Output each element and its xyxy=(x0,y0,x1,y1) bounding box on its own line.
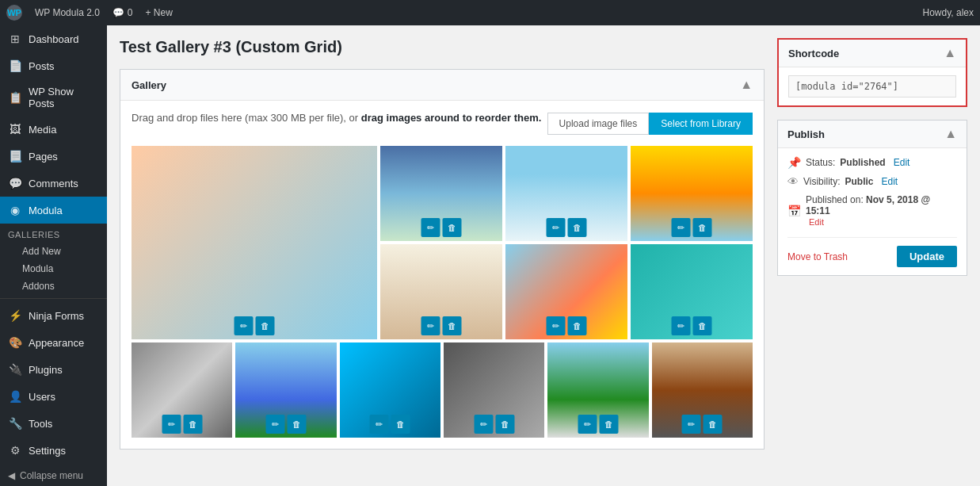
gallery-item-4-delete[interactable]: 🗑 xyxy=(443,316,462,335)
sidebar-item-modula[interactable]: ◉ Modula xyxy=(0,197,107,224)
gallery-item-9[interactable]: ✏ 🗑 xyxy=(340,342,440,438)
collapse-menu[interactable]: ◀ Collapse menu xyxy=(0,464,107,486)
trash-link[interactable]: Move to Trash xyxy=(787,251,848,262)
sidebar-item-users[interactable]: 👤 Users xyxy=(0,383,107,410)
status-edit-link[interactable]: Edit xyxy=(894,157,910,168)
gallery-item-big[interactable]: ✏ 🗑 xyxy=(132,146,377,339)
sidebar-item-dashboard[interactable]: ⊞ Dashboard xyxy=(0,25,107,52)
gallery-item-10-delete[interactable]: 🗑 xyxy=(495,415,514,434)
gallery-item-7-delete[interactable]: 🗑 xyxy=(183,415,202,434)
gallery-item-2-edit[interactable]: ✏ xyxy=(547,218,566,237)
sidebar-item-ninja-forms[interactable]: ⚡ Ninja Forms xyxy=(0,302,107,329)
visibility-icon: 👁 xyxy=(787,175,799,188)
site-name-label: WP Modula 2.0 xyxy=(35,7,100,18)
gallery-item-5-delete[interactable]: 🗑 xyxy=(568,316,587,335)
gallery-item-11-edit[interactable]: ✏ xyxy=(578,415,597,434)
sidebar-label-media: Media xyxy=(29,124,56,136)
gallery-item-9-edit[interactable]: ✏ xyxy=(370,415,389,434)
gallery-item-10-edit[interactable]: ✏ xyxy=(474,415,493,434)
gallery-item-5-edit[interactable]: ✏ xyxy=(547,316,566,335)
gallery-item-6[interactable]: ✏ 🗑 xyxy=(631,244,753,339)
sidebar-sub-addons[interactable]: Addons xyxy=(0,277,107,295)
shortcode-box-header: Shortcode ▲ xyxy=(779,40,966,67)
gallery-item-2-delete[interactable]: 🗑 xyxy=(568,218,587,237)
sidebar-item-settings[interactable]: ⚙ Settings xyxy=(0,437,107,464)
appearance-icon: 🎨 xyxy=(8,335,22,350)
sidebar-sub-modula[interactable]: Modula xyxy=(0,260,107,277)
gallery-item-6-delete[interactable]: 🗑 xyxy=(693,316,712,335)
upload-image-files-button[interactable]: Upload image files xyxy=(547,113,650,135)
site-name-bar[interactable]: WP Modula 2.0 xyxy=(35,7,100,18)
sidebar-item-plugins[interactable]: 🔌 Plugins xyxy=(0,356,107,383)
publish-box: Publish ▲ 📌 Status: Published Edit 👁 Vis… xyxy=(777,120,967,276)
visibility-edit-link[interactable]: Edit xyxy=(881,176,898,187)
gallery-item-5[interactable]: ✏ 🗑 xyxy=(505,244,627,339)
gallery-item-8-delete[interactable]: 🗑 xyxy=(287,415,306,434)
gallery-item-8-edit[interactable]: ✏ xyxy=(265,415,284,434)
sidebar-label-posts: Posts xyxy=(29,60,55,72)
wp-logo[interactable]: WP xyxy=(6,5,22,21)
gallery-item-11[interactable]: ✏ 🗑 xyxy=(547,342,648,438)
gallery-item-4[interactable]: ✏ 🗑 xyxy=(380,244,502,339)
sidebar-label-show-posts: WP Show Posts xyxy=(29,86,99,109)
published-edit-link[interactable]: Edit xyxy=(809,217,824,227)
sidebar-item-posts[interactable]: 📄 Posts xyxy=(0,52,107,79)
gallery-item-big-controls: ✏ 🗑 xyxy=(235,316,275,335)
sidebar-item-show-posts[interactable]: 📋 WP Show Posts xyxy=(0,79,107,116)
sidebar-item-tools[interactable]: 🔧 Tools xyxy=(0,410,107,437)
gallery-item-3[interactable]: ✏ 🗑 xyxy=(631,146,753,241)
update-button[interactable]: Update xyxy=(897,246,957,267)
gallery-item-4-edit[interactable]: ✏ xyxy=(421,316,440,335)
modula-icon: ◉ xyxy=(8,203,22,217)
gallery-item-12-edit[interactable]: ✏ xyxy=(682,415,701,434)
gallery-item-2[interactable]: ✏ 🗑 xyxy=(505,146,627,241)
settings-icon: ⚙ xyxy=(8,443,22,457)
shortcode-input[interactable] xyxy=(788,75,956,98)
gallery-item-big-delete[interactable]: 🗑 xyxy=(256,316,275,335)
sidebar-item-media[interactable]: 🖼 Media xyxy=(0,116,107,143)
sidebar-label-users: Users xyxy=(29,391,55,403)
publish-date-row: 📅 Published on: Nov 5, 2018 @ 15:11 Edit xyxy=(787,194,957,228)
gallery-item-1-delete[interactable]: 🗑 xyxy=(443,218,462,237)
posts-icon: 📄 xyxy=(8,59,22,73)
show-posts-icon: 📋 xyxy=(8,90,22,105)
gallery-panel: Gallery ▲ Drag and drop files here (max … xyxy=(120,69,765,450)
gallery-item-8[interactable]: ✏ 🗑 xyxy=(235,342,336,438)
sidebar-item-pages[interactable]: 📃 Pages xyxy=(0,143,107,170)
gallery-item-7[interactable]: ✏ 🗑 xyxy=(132,342,232,438)
publish-actions: Move to Trash Update xyxy=(787,237,957,267)
gallery-item-6-edit[interactable]: ✏ xyxy=(672,316,691,335)
sidebar: ⊞ Dashboard 📄 Posts 📋 WP Show Posts 🖼 Me… xyxy=(0,25,107,486)
gallery-item-12-delete[interactable]: 🗑 xyxy=(704,415,723,434)
media-icon: 🖼 xyxy=(8,122,22,136)
sidebar-sub-add-new[interactable]: Add New xyxy=(0,243,107,260)
gallery-item-3-edit[interactable]: ✏ xyxy=(672,218,691,237)
gallery-item-9-delete[interactable]: 🗑 xyxy=(391,415,410,434)
sidebar-item-appearance[interactable]: 🎨 Appearance xyxy=(0,329,107,356)
sidebar-item-comments[interactable]: 💬 Comments xyxy=(0,170,107,197)
gallery-item-1[interactable]: ✏ 🗑 xyxy=(380,146,502,241)
publish-toggle[interactable]: ▲ xyxy=(944,127,957,141)
visibility-label: Visibility: xyxy=(803,176,840,187)
gallery-panel-title: Gallery xyxy=(132,79,166,91)
status-value: Published xyxy=(840,157,885,168)
comments-bar[interactable]: 💬 0 xyxy=(112,7,133,18)
collapse-icon: ◀ xyxy=(8,470,15,481)
gallery-item-11-delete[interactable]: 🗑 xyxy=(599,415,618,434)
gallery-panel-toggle[interactable]: ▲ xyxy=(740,78,753,92)
gallery-item-3-delete[interactable]: 🗑 xyxy=(693,218,712,237)
select-from-library-button[interactable]: Select from Library xyxy=(649,113,753,135)
gallery-item-10[interactable]: ✏ 🗑 xyxy=(444,342,544,438)
shortcode-toggle[interactable]: ▲ xyxy=(944,46,956,60)
new-label: + New xyxy=(146,7,173,18)
publish-visibility-row: 👁 Visibility: Public Edit xyxy=(787,175,957,188)
publish-body: 📌 Status: Published Edit 👁 Visibility: P… xyxy=(778,148,967,275)
gallery-item-12[interactable]: ✏ 🗑 xyxy=(652,342,753,438)
new-bar[interactable]: + New xyxy=(146,7,173,18)
publish-box-header: Publish ▲ xyxy=(778,121,967,148)
gallery-item-7-edit[interactable]: ✏ xyxy=(162,415,181,434)
sidebar-label-modula: Modula xyxy=(29,205,63,216)
gallery-item-big-edit[interactable]: ✏ xyxy=(235,316,254,335)
galleries-section-label: Galleries xyxy=(0,224,107,243)
gallery-item-1-edit[interactable]: ✏ xyxy=(421,218,440,237)
